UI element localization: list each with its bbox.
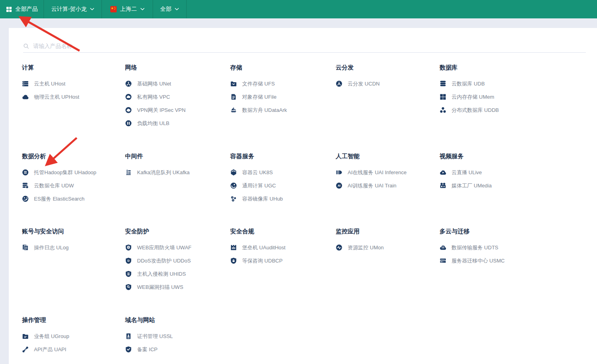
monitor-wave-icon: [336, 244, 342, 251]
product-link[interactable]: 数据方舟 UDataArk: [230, 103, 331, 117]
product-link[interactable]: DDDoS攻击防护 UDDoS: [125, 254, 226, 267]
waf-shield-icon: [125, 244, 132, 251]
product-link[interactable]: 云数据仓库 UDW: [22, 179, 123, 192]
category-block: 网络基础网络 UNet私有网络 VPCVPN网关 IPSec VPN负载均衡 U…: [125, 64, 226, 130]
category-title: 数据分析: [22, 152, 123, 160]
category-title: 视频服务: [440, 152, 540, 160]
product-link[interactable]: 等保咨询 UDBCP: [230, 254, 331, 267]
product-grid: 计算云主机 UHost物理云主机 UPHost网络基础网络 UNet私有网络 V…: [0, 0, 597, 364]
category-block: 域名与网站证书管理 USSL备案 ICP: [125, 316, 226, 356]
category-block: 中间件Kafka消息队列 UKafka: [125, 152, 226, 179]
all-products-button[interactable]: 全部产品: [0, 0, 44, 18]
ai-train-icon: AI: [336, 182, 342, 189]
category-title: 数据库: [440, 64, 540, 72]
product-label: 操作日志 ULog: [34, 244, 69, 251]
region-selector[interactable]: 上海二: [102, 0, 153, 18]
product-link[interactable]: VPN网关 IPSec VPN: [125, 103, 226, 117]
product-link[interactable]: 容器云 UK8S: [230, 166, 331, 179]
product-link[interactable]: Kafka消息队列 UKafka: [125, 166, 226, 179]
category-block: 视频服务云直播 ULive媒体工厂 UMedia: [440, 152, 540, 192]
file-doc-icon: [230, 93, 237, 100]
cdn-globe-icon: [336, 80, 342, 87]
dbcp-shield-icon: [230, 257, 237, 264]
memory-grid-icon: [440, 93, 446, 100]
flag-cn-icon: [110, 6, 117, 12]
product-link[interactable]: 数据传输服务 UDTS: [440, 241, 540, 254]
product-label: 私有网络 VPC: [137, 93, 170, 101]
product-link[interactable]: 物理云主机 UPHost: [22, 90, 123, 103]
topbar: 全部产品 云计算-贺小龙 上海二 全部: [0, 0, 597, 18]
category-title: 计算: [22, 64, 123, 72]
product-link[interactable]: AIAI训练服务 UAI Train: [336, 179, 436, 192]
product-label: 云内存存储 UMem: [452, 93, 494, 101]
all-products-label: 全部产品: [16, 6, 38, 13]
product-link[interactable]: WEB漏洞扫描 UWS: [125, 280, 226, 294]
product-link[interactable]: 负载均衡 ULB: [125, 117, 226, 130]
category-block: 安全合规堡垒机 UAuditHost等保咨询 UDBCP: [230, 227, 331, 267]
hub-dots-icon: [230, 195, 237, 202]
dts-cloud-icon: [440, 244, 446, 251]
category-block: 存储文件存储 UFS对象存储 UFile数据方舟 UDataArk: [230, 64, 331, 117]
product-link[interactable]: 云分发 UCDN: [336, 77, 436, 90]
product-label: AI在线服务 UAI Inference: [348, 169, 406, 176]
product-label: 主机入侵检测 UHIDS: [137, 271, 186, 278]
product-link[interactable]: 证书管理 USSL: [125, 330, 226, 343]
product-link[interactable]: 云主机 UHost: [22, 77, 123, 90]
product-label: 基础网络 UNet: [137, 80, 171, 88]
product-link[interactable]: 通用计算 UGC: [230, 179, 331, 192]
boat-icon: [230, 107, 237, 113]
chevron-down-icon: [175, 8, 179, 11]
product-link[interactable]: API产品 UAPI: [22, 343, 123, 356]
product-label: VPN网关 IPSec VPN: [137, 107, 185, 114]
category-title: 安全防护: [125, 227, 226, 235]
product-label: WEB应用防火墙 UWAF: [137, 244, 191, 251]
category-title: 操作管理: [22, 316, 123, 324]
product-label: 资源监控 UMon: [348, 244, 384, 251]
product-label: 服务器迁移中心 USMC: [452, 257, 505, 265]
product-link[interactable]: 基础网络 UNet: [125, 77, 226, 90]
product-link[interactable]: 云直播 ULive: [440, 166, 540, 179]
account-menu-label: 云计算-贺小龙: [51, 6, 87, 13]
kafka-queue-icon: [125, 169, 132, 176]
product-link[interactable]: 主机入侵检测 UHIDS: [125, 267, 226, 280]
product-link[interactable]: 云内存存储 UMem: [440, 90, 540, 103]
product-link[interactable]: 资源监控 UMon: [336, 241, 436, 254]
product-label: 云主机 UHost: [34, 80, 66, 88]
category-block: 安全防护WEB应用防火墙 UWAFDDDoS攻击防护 UDDoS主机入侵检测 U…: [125, 227, 226, 294]
product-link[interactable]: 云数据库 UDB: [440, 77, 540, 90]
product-label: 负载均衡 ULB: [137, 120, 169, 127]
product-link[interactable]: 分布式数据库 UDDB: [440, 103, 540, 117]
product-link[interactable]: ES服务 ElasticSearch: [22, 192, 123, 205]
account-menu[interactable]: 云计算-贺小龙: [44, 0, 102, 18]
product-link[interactable]: 备案 ICP: [125, 343, 226, 356]
product-link[interactable]: AI在线服务 UAI Inference: [336, 166, 436, 179]
product-label: 文件存储 UFS: [242, 80, 275, 88]
product-label: 云直播 ULive: [452, 169, 482, 176]
product-link[interactable]: 私有网络 VPC: [125, 90, 226, 103]
category-block: 云分发云分发 UCDN: [336, 64, 436, 90]
ddos-shield-icon: D: [125, 257, 132, 264]
k8s-cube-icon: [230, 169, 237, 176]
product-link[interactable]: 服务器迁移中心 USMC: [440, 254, 540, 267]
product-link[interactable]: 文件存储 UFS: [230, 77, 331, 90]
product-link[interactable]: 容器镜像库 UHub: [230, 192, 331, 205]
load-balancer-icon: [125, 120, 132, 127]
category-title: 域名与网站: [125, 316, 226, 324]
media-camera-icon: [440, 182, 446, 189]
category-block: 监控应用资源监控 UMon: [336, 227, 436, 254]
log-docs-icon: [22, 244, 29, 251]
product-label: 云数据库 UDB: [452, 80, 485, 88]
category-title: 安全合规: [230, 227, 331, 235]
product-link[interactable]: 业务组 UGroup: [22, 330, 123, 343]
product-label: WEB漏洞扫描 UWS: [137, 284, 183, 291]
project-selector[interactable]: 全部: [153, 0, 187, 18]
product-link[interactable]: 托管Hadoop集群 UHadoop: [22, 166, 123, 179]
product-link[interactable]: 对象存储 UFile: [230, 90, 331, 103]
product-label: 容器镜像库 UHub: [242, 195, 283, 203]
category-title: 人工智能: [336, 152, 436, 160]
product-link[interactable]: 操作日志 ULog: [22, 241, 123, 254]
product-label: 等保咨询 UDBCP: [242, 257, 283, 265]
product-link[interactable]: 堡垒机 UAuditHost: [230, 241, 331, 254]
product-link[interactable]: WEB应用防火墙 UWAF: [125, 241, 226, 254]
product-link[interactable]: 媒体工厂 UMedia: [440, 179, 540, 192]
